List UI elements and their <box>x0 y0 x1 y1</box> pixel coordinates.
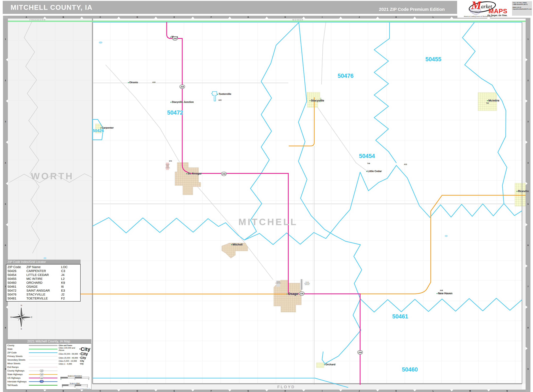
legend-line-sample <box>29 345 57 346</box>
legend-line-sample <box>29 363 57 364</box>
grid-row-label: 6 <box>526 225 530 266</box>
legend-line-label: County Highways <box>7 369 29 372</box>
compass-rose-icon: N E S W <box>10 304 33 331</box>
scale-miles: Scale in Miles 0 .5 1 <box>62 383 88 388</box>
floyd-strip <box>93 384 522 390</box>
zip-name-cell: SAINT ANSGAR <box>26 289 61 293</box>
legend-line-sample <box>29 352 57 353</box>
zip-index-row: 50476 STACYVILLE J2 <box>8 293 80 296</box>
legend-line-label: State Highways <box>7 373 29 376</box>
legend-line-sample <box>29 349 57 350</box>
grid-row-label: 1 <box>3 19 8 60</box>
column-header: ZIP Name <box>26 265 61 269</box>
legend-city-item: Cities 50,000 - 99,999 City <box>59 352 91 356</box>
grid-column-label: I <box>304 390 341 392</box>
grid-column-label: E <box>156 16 193 19</box>
grid-column-label: D <box>119 390 156 392</box>
zip-index-row: 50454 LITTLE CEDAR J4 <box>8 273 80 277</box>
legend-line-label: US Highways <box>7 377 29 379</box>
zip-index-row: 50426 CARPENTER C3 <box>8 269 80 273</box>
grid-row-label: 9 <box>526 348 530 390</box>
logo-subtitle: America's Leading Source of Business Map… <box>464 15 492 17</box>
grid-columns-bottom: ABCDEFGHIJKLMN <box>8 390 526 392</box>
zip-code-cell: 50476 <box>8 293 26 296</box>
column-header: ZIP Code <box>8 265 26 269</box>
grid-row-label: 7 <box>526 266 530 307</box>
legend-city-label: Cities 1 - 4,999 <box>59 363 80 365</box>
zip-loc-cell: K9 <box>61 281 80 285</box>
legend-line-sample <box>29 360 57 360</box>
grid-column-label: F <box>193 16 230 19</box>
legend-line-item: Exit Ramps <box>6 365 91 369</box>
contact-box: CALL US TOLL FREE! 1-888-434-MAPS (6277)… <box>512 1 532 16</box>
grid-row-label: 1 <box>526 19 530 60</box>
zip-code-cell: 50481 <box>8 296 26 300</box>
zip-loc-cell: F2 <box>61 296 80 300</box>
zip-index-row: 50481 TOETERVILLE F2 <box>8 296 80 300</box>
zip-code-cell: 50461 <box>8 285 26 289</box>
grid-row-label: 2 <box>3 60 8 101</box>
grid-column-label: K <box>377 16 415 19</box>
contact-phone: 1-888-434-MAPS (6277) <box>513 4 531 5</box>
legend-line-sample: 123 <box>29 381 57 382</box>
svg-text:W: W <box>10 316 12 318</box>
zip-index-table: ZIP Code ZIP Name LOC 50426 CARPENTER C3… <box>8 265 80 300</box>
grid-column-label: A <box>8 16 45 19</box>
grid-column-label: D <box>119 16 156 19</box>
zip-code-cell: 50455 <box>8 277 26 281</box>
zip-code-cell: 50454 <box>8 273 26 277</box>
grid-column-label: A <box>8 390 45 392</box>
legend-line-label: Toll Roads <box>7 384 29 386</box>
legend-title: 2021 Mitchell County, IA Map <box>6 339 91 343</box>
legend-line-label: State <box>7 348 29 350</box>
legend-city-item: Cities 1 - 4,999 City <box>59 363 91 365</box>
legend-line-sample: 123 <box>29 374 57 375</box>
legend-route-badge: 123 <box>40 369 44 372</box>
legend-city-sample: City <box>80 360 84 362</box>
legend-city-label: Cities 25,000 - 49,999 <box>59 357 80 359</box>
legend-city-item: Cities 100,000 and Above City <box>59 347 91 351</box>
legend-city-item: Cities 5,000 - 24,999 City <box>59 360 91 362</box>
grid-row-label: 4 <box>526 142 530 183</box>
map-sheet: MITCHELL COUNTY, IA 2021 ZIP Code Premiu… <box>0 0 533 392</box>
zip-code-cell: 50426 <box>8 269 26 273</box>
legend-line-sample <box>29 385 57 386</box>
zip-code-cell: 50460 <box>8 281 26 285</box>
svg-text:N: N <box>21 304 22 307</box>
grid-columns-top: ABCDEFGHIJKLMN <box>8 16 526 19</box>
column-header: LOC <box>61 265 80 269</box>
logo-maps: MAPS <box>489 8 507 15</box>
grid-column-label: B <box>45 390 82 392</box>
grid-row-label: 5 <box>3 183 8 225</box>
legend-panel: 2021 Mitchell County, IA Map County Stat… <box>6 339 91 390</box>
contact-email: mapsales@MarketMAPS.com <box>513 8 531 10</box>
marketmaps-logo: M arket MAPS On Target. On Time. America… <box>458 0 533 18</box>
zip-name-cell: CARPENTER <box>26 269 61 273</box>
grid-column-label: E <box>156 390 193 392</box>
map-canvas <box>0 0 533 392</box>
zip-loc-cell: J4 <box>61 273 80 277</box>
contact-email-header: EMAIL US AT: <box>513 7 531 8</box>
legend-city-sample: City <box>80 347 90 351</box>
grid-rows-right: 123456789 <box>526 19 530 390</box>
zip-index-title: ZIP Code Index/Grid Locator <box>6 260 80 264</box>
legend-line-label: ZIP Code <box>7 351 29 354</box>
grid-row-label: 3 <box>3 101 8 142</box>
zip-index-row: 50461 OSAGE I6 <box>8 285 80 289</box>
grid-column-label: C <box>82 390 119 392</box>
zip-code-cell: 50472 <box>8 289 26 293</box>
grid-column-label: J <box>341 390 377 392</box>
zip-index-row: 50460 ORCHARD K9 <box>8 281 80 285</box>
legend-line-sample <box>29 356 57 356</box>
grid-row-label: 8 <box>526 307 530 348</box>
legend-line-label: Primary Streets <box>7 355 29 357</box>
legend-city-sample: City <box>80 363 84 365</box>
zip-name-cell: MC INTIRE <box>26 277 61 281</box>
grid-row-label: 4 <box>3 142 8 183</box>
legend-line-label: Interstate Highways <box>7 380 29 383</box>
scale-bar <box>62 384 88 386</box>
zip-index-row: 50472 SAINT ANSGAR E3 <box>8 289 80 293</box>
legend-line-label: Secondary Streets <box>7 359 29 361</box>
zip-loc-cell: L2 <box>61 277 80 281</box>
grid-column-label: G <box>230 390 267 392</box>
